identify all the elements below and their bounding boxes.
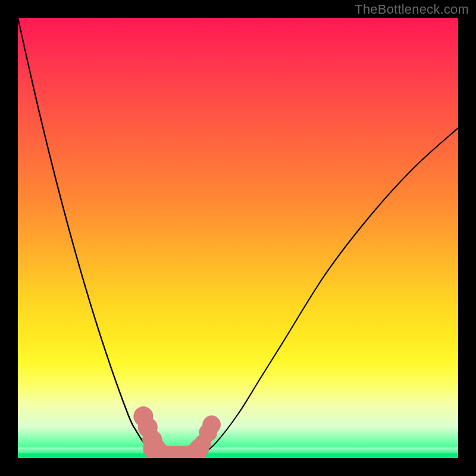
marker-dot — [202, 415, 221, 434]
optimum-markers — [133, 406, 221, 458]
plot-area — [18, 18, 458, 458]
watermark-text: TheBottleneck.com — [355, 2, 469, 17]
bottleneck-curve-left — [18, 18, 168, 458]
chart-frame: TheBottleneck.com — [0, 0, 476, 476]
curve-layer — [18, 18, 458, 458]
bottleneck-curve-right — [194, 128, 458, 458]
